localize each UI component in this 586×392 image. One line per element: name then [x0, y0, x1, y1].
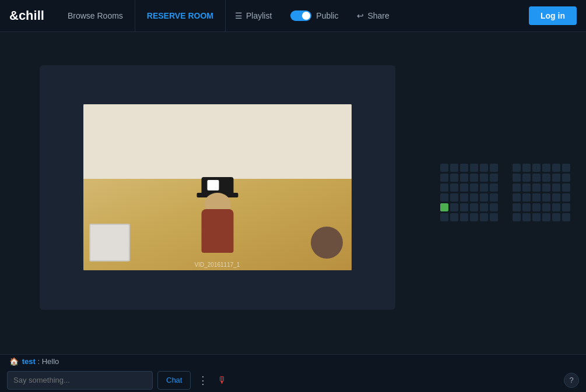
seat[interactable] — [470, 183, 478, 192]
chat-input[interactable] — [7, 371, 153, 390]
seat[interactable] — [490, 193, 498, 202]
seat[interactable] — [480, 213, 488, 221]
seat[interactable] — [552, 193, 560, 202]
video-furniture-right — [311, 227, 343, 259]
seat[interactable] — [460, 183, 468, 192]
seat-active[interactable] — [440, 203, 448, 211]
seat[interactable] — [522, 174, 531, 182]
seat[interactable] — [522, 213, 531, 221]
seat[interactable] — [562, 203, 570, 211]
seat[interactable] — [450, 213, 458, 221]
seat[interactable] — [522, 203, 531, 211]
seat[interactable] — [513, 213, 521, 221]
chat-more-button[interactable]: ⋮ — [195, 374, 210, 387]
seat-row — [513, 174, 580, 182]
seat[interactable] — [440, 174, 448, 182]
seat[interactable] — [552, 213, 560, 221]
seat[interactable] — [480, 183, 488, 192]
seat[interactable] — [562, 193, 570, 202]
playlist-button[interactable]: ☰ Playlist — [226, 0, 281, 31]
seat[interactable] — [562, 174, 570, 182]
reserve-room-button[interactable]: RESERVE ROOM — [135, 0, 226, 31]
seat[interactable] — [552, 203, 560, 211]
video-timestamp: VID_20161117_1 — [195, 262, 240, 268]
seats-panel — [434, 32, 586, 354]
seat[interactable] — [460, 174, 468, 182]
seat[interactable] — [562, 183, 570, 192]
seat[interactable] — [542, 183, 550, 192]
seat[interactable] — [522, 183, 531, 192]
video-player[interactable]: VID_20161117_1 — [83, 104, 352, 270]
seat[interactable] — [450, 174, 458, 182]
seat[interactable] — [522, 164, 531, 172]
seat[interactable] — [513, 203, 521, 211]
seat[interactable] — [470, 193, 478, 202]
browse-rooms-button[interactable]: Browse Rooms — [56, 0, 135, 31]
seat[interactable] — [562, 164, 570, 172]
seat[interactable] — [450, 164, 458, 172]
seat-row — [513, 164, 580, 172]
seat[interactable] — [440, 164, 448, 172]
seat[interactable] — [480, 164, 488, 172]
seat[interactable] — [470, 174, 478, 182]
seat[interactable] — [450, 203, 458, 211]
seat[interactable] — [532, 203, 541, 211]
seat[interactable] — [450, 193, 458, 202]
seat[interactable] — [470, 203, 478, 211]
seat[interactable] — [460, 193, 468, 202]
seat[interactable] — [513, 193, 521, 202]
seat[interactable] — [460, 164, 468, 172]
seat[interactable] — [522, 193, 531, 202]
seat[interactable] — [490, 213, 498, 221]
toggle-switch-control[interactable] — [290, 10, 311, 21]
seat[interactable] — [490, 174, 498, 182]
seat[interactable] — [480, 203, 488, 211]
seat[interactable] — [532, 213, 541, 221]
seat[interactable] — [532, 174, 541, 182]
cat-character — [194, 183, 241, 253]
chat-send-button[interactable]: Chat — [157, 371, 191, 390]
video-frame: VID_20161117_1 — [83, 104, 352, 270]
seat[interactable] — [532, 193, 541, 202]
seat[interactable] — [562, 213, 570, 221]
video-bg-wall — [83, 104, 352, 188]
login-button[interactable]: Log in — [529, 6, 577, 25]
seat[interactable] — [470, 164, 478, 172]
chat-messages: 🏠 test : Hello — [0, 355, 586, 368]
seat[interactable] — [470, 213, 478, 221]
seat[interactable] — [460, 203, 468, 211]
seat[interactable] — [513, 174, 521, 182]
seat[interactable] — [490, 183, 498, 192]
seat[interactable] — [513, 164, 521, 172]
public-toggle[interactable]: Public — [281, 0, 348, 31]
seat[interactable] — [440, 183, 448, 192]
seat[interactable] — [532, 164, 541, 172]
seat[interactable] — [440, 193, 448, 202]
seat[interactable] — [440, 213, 448, 221]
seat[interactable] — [460, 213, 468, 221]
seat[interactable] — [490, 203, 498, 211]
seats-grid — [440, 164, 580, 223]
chat-mic-button[interactable]: 🎙 — [215, 375, 229, 386]
seat[interactable] — [542, 174, 550, 182]
seat[interactable] — [450, 183, 458, 192]
seat[interactable] — [552, 183, 560, 192]
seat[interactable] — [490, 164, 498, 172]
seat[interactable] — [552, 174, 560, 182]
share-icon: ↩ — [357, 11, 364, 20]
chat-home-icon: 🏠 — [9, 357, 19, 366]
seat[interactable] — [542, 193, 550, 202]
seat[interactable] — [552, 164, 560, 172]
seat[interactable] — [542, 213, 550, 221]
chat-input-row: Chat ⋮ 🎙 ? — [0, 368, 586, 392]
seat[interactable] — [542, 203, 550, 211]
share-button[interactable]: ↩ Share — [348, 0, 398, 31]
bottom-bar: 🏠 test : Hello Chat ⋮ 🎙 ? — [0, 354, 586, 392]
seat[interactable] — [532, 183, 541, 192]
cat-torso — [201, 209, 233, 253]
seat[interactable] — [480, 193, 488, 202]
chat-help-button[interactable]: ? — [564, 373, 579, 388]
seat[interactable] — [513, 183, 521, 192]
seat[interactable] — [480, 174, 488, 182]
seat[interactable] — [542, 164, 550, 172]
